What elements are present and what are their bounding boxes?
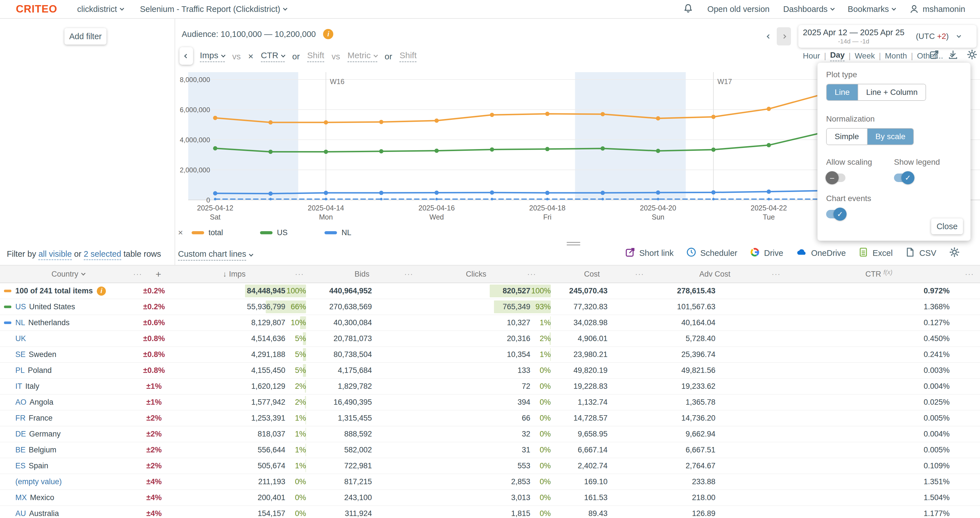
dashboards-menu[interactable]: Dashboards: [783, 5, 834, 14]
table-settings-gear-icon[interactable]: [949, 247, 960, 260]
table-row[interactable]: NLNetherlands±0.6%8,129,80710%40,300,084…: [0, 315, 980, 331]
account-selector[interactable]: clickdistrict: [77, 5, 124, 14]
column-header-cost[interactable]: Cost: [557, 266, 627, 282]
excel-button[interactable]: Excel: [858, 247, 892, 259]
table-row[interactable]: FRFrance±2%1,253,3911%1,315,455660%14,72…: [0, 410, 980, 426]
table-row[interactable]: ESSpain±2%505,6741%722,9815530%2,402.742…: [0, 458, 980, 474]
country-code-link[interactable]: IT: [15, 382, 22, 391]
table-row[interactable]: PLPoland±0.8%4,155,4505%4,175,6841330%49…: [0, 363, 980, 379]
shift-2-button[interactable]: Shift: [399, 51, 417, 62]
cost-cell: 245,070.43: [557, 287, 608, 295]
granularity-day[interactable]: Day: [830, 51, 845, 61]
column-header-bids[interactable]: Bids: [326, 266, 398, 282]
close-panel-button[interactable]: Close: [931, 218, 963, 234]
normalization-simple[interactable]: Simple: [827, 129, 867, 145]
scheduler-button[interactable]: Scheduler: [686, 247, 738, 259]
column-header-clicks[interactable]: Clicks: [441, 266, 512, 282]
imps-cell: 818,0371%: [175, 426, 306, 442]
report-title-selector[interactable]: Selenium - Traffic Report (Clickdistrict…: [140, 5, 287, 14]
column-menu-dots[interactable]: ···: [961, 266, 978, 282]
row-info-icon[interactable]: i: [97, 287, 106, 296]
error-margin-cell: ±4%: [134, 493, 175, 502]
onedrive-button[interactable]: OneDrive: [796, 247, 846, 259]
metric-1-dropdown[interactable]: Imps: [200, 51, 225, 62]
column-menu-dots[interactable]: ···: [523, 266, 540, 282]
filter-all-visible-link[interactable]: all visible: [38, 249, 72, 260]
legend-item-nl[interactable]: NL: [325, 228, 352, 237]
table-row[interactable]: DEGermany±2%818,0371%888,592320%9,658.95…: [0, 426, 980, 442]
table-row[interactable]: SESweden±0.8%4,291,1885%80,738,50410,354…: [0, 347, 980, 363]
chart-settings-gear-icon[interactable]: [966, 49, 978, 61]
date-prev-button[interactable]: [762, 30, 775, 43]
country-code-link[interactable]: MX: [15, 493, 27, 502]
show-legend-toggle[interactable]: ✓: [894, 174, 913, 182]
legend-item-total[interactable]: total: [192, 228, 223, 237]
plot-type-line-column[interactable]: Line + Column: [858, 84, 926, 100]
country-code-link[interactable]: BE: [15, 446, 25, 454]
column-menu-dots[interactable]: ···: [291, 266, 308, 282]
table-row[interactable]: 100 of 241 total itemsi±0.2%84,448,94510…: [0, 283, 980, 299]
country-code-link[interactable]: SE: [15, 350, 25, 359]
open-old-version-button[interactable]: Open old version: [707, 5, 769, 14]
table-row[interactable]: AOAngola±1%1,577,9422%16,490,3953940%1,1…: [0, 394, 980, 410]
granularity-month[interactable]: Month: [885, 51, 907, 61]
table-row[interactable]: MXMexico±4%200,4010%243,1003,0130%161.53…: [0, 490, 980, 506]
country-code-link[interactable]: US: [15, 303, 26, 311]
table-row[interactable]: BEBelgium±2%556,6441%582,002310%6,667.14…: [0, 442, 980, 458]
column-menu-dots[interactable]: ···: [400, 266, 417, 282]
notifications-bell-icon[interactable]: [683, 3, 694, 15]
bookmarks-menu[interactable]: Bookmarks: [848, 5, 896, 14]
country-code-link[interactable]: AU: [15, 509, 26, 518]
allow-scaling-toggle[interactable]: –: [826, 174, 845, 182]
column-menu-dots[interactable]: ···: [129, 266, 146, 282]
granularity-hour[interactable]: Hour: [803, 51, 820, 61]
chart-back-button[interactable]: [180, 47, 193, 65]
legend-close-icon[interactable]: ×: [178, 228, 183, 237]
country-code-link[interactable]: FR: [15, 414, 25, 422]
column-header-imps[interactable]: ↓Imps: [199, 266, 270, 282]
column-menu-dots[interactable]: ···: [631, 266, 648, 282]
chart-events-toggle[interactable]: ✓: [826, 210, 845, 218]
download-icon[interactable]: [948, 49, 958, 61]
table-row[interactable]: USUnited States±0.2%55,936,79966%270,638…: [0, 299, 980, 315]
open-external-icon[interactable]: [929, 49, 940, 61]
table-row[interactable]: (empty value)±4%211,1930%817,2152,8530%1…: [0, 474, 980, 490]
metric-2-dropdown[interactable]: CTR: [261, 51, 285, 62]
add-filter-button[interactable]: Add filter: [64, 28, 107, 45]
custom-chart-lines-dropdown[interactable]: Custom chart lines: [178, 249, 253, 261]
filter-selected-link[interactable]: 2 selected: [84, 249, 121, 260]
column-header-ctr[interactable]: CTRf(x): [843, 266, 915, 282]
date-range-picker[interactable]: 2025 Apr 12 — 2025 Apr 25 -14d — -1d (UT…: [798, 25, 977, 48]
column-header-country[interactable]: Country: [37, 266, 99, 282]
metric-3-dropdown[interactable]: Metric: [347, 51, 377, 62]
country-name[interactable]: (empty value): [15, 477, 62, 486]
normalization-by-scale[interactable]: By scale: [867, 129, 913, 145]
user-menu[interactable]: mshamonin: [909, 4, 965, 14]
filter-bar: Filter by all visible or 2 selected tabl…: [7, 249, 161, 259]
country-code-link[interactable]: AO: [15, 398, 26, 407]
csv-button[interactable]: CSV: [905, 247, 936, 259]
column-menu-dots[interactable]: ···: [768, 266, 785, 282]
chevron-down-icon: [892, 6, 896, 11]
legend-item-us[interactable]: US: [260, 228, 288, 237]
column-header-adv-cost[interactable]: Adv Cost: [679, 266, 750, 282]
add-column-button[interactable]: +: [150, 266, 167, 282]
remove-metric-icon[interactable]: ×: [248, 51, 253, 62]
drive-button[interactable]: Drive: [750, 247, 783, 259]
country-code-link[interactable]: DE: [15, 430, 26, 438]
plot-type-line[interactable]: Line: [827, 84, 858, 100]
shift-1-button[interactable]: Shift: [307, 51, 324, 62]
country-code-link[interactable]: NL: [15, 318, 25, 327]
short-link-button[interactable]: Short link: [625, 247, 674, 259]
date-next-button[interactable]: [777, 27, 791, 45]
granularity-week[interactable]: Week: [855, 51, 875, 61]
table-row[interactable]: UK±0.8%4,514,6365%20,781,07320,3162%4,90…: [0, 331, 980, 347]
bids-cell: 40,300,084: [329, 318, 372, 327]
country-code-link[interactable]: ES: [15, 462, 25, 470]
audience-info-icon[interactable]: i: [323, 29, 333, 39]
resize-handle[interactable]: [566, 242, 580, 247]
table-row[interactable]: AUAustralia±4%154,1570%311,9241,8150%89.…: [0, 506, 980, 518]
country-code-link[interactable]: UK: [15, 334, 26, 343]
country-code-link[interactable]: PL: [15, 366, 25, 375]
table-row[interactable]: ITItaly±1%1,620,1292%1,829,782720%19,228…: [0, 379, 980, 394]
